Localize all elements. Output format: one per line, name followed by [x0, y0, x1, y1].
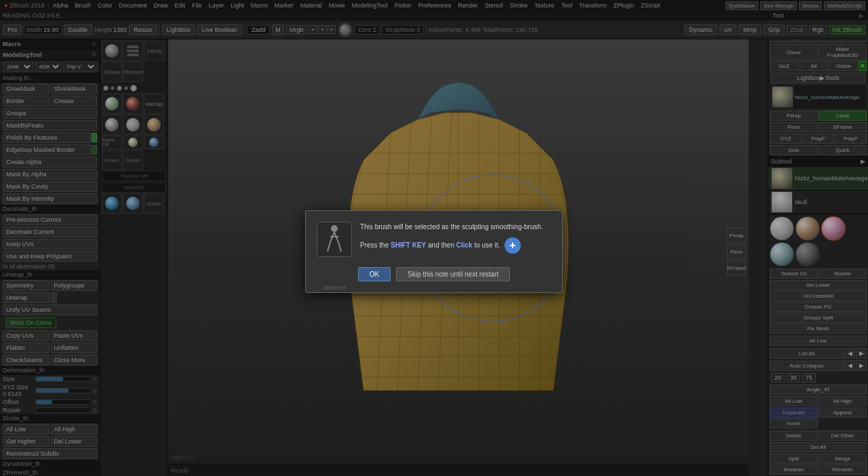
- modal-zbrush-icon: ZBRUSH: [317, 222, 352, 257]
- modal-ok-button[interactable]: OK: [358, 267, 391, 281]
- modal-click-text: Click: [456, 241, 473, 249]
- modal-skip-button[interactable]: Skip this note until next restart: [396, 267, 510, 281]
- modal-shift-key: SHIFT KEY: [391, 241, 426, 249]
- modal-plus-icon: +: [505, 237, 521, 254]
- modal-message-line2: Press the SHIFT KEY and then Click to us…: [360, 237, 551, 254]
- modal-message-line1: This brush will be selected as the sculp…: [360, 222, 551, 232]
- svg-point-33: [331, 225, 338, 232]
- modal-dialog: ZBRUSH This brush will be selected as th…: [305, 210, 563, 293]
- zbrush-small-text: ZBRUSH: [323, 285, 346, 291]
- modal-overlay: ZBRUSH This brush will be selected as th…: [0, 0, 868, 476]
